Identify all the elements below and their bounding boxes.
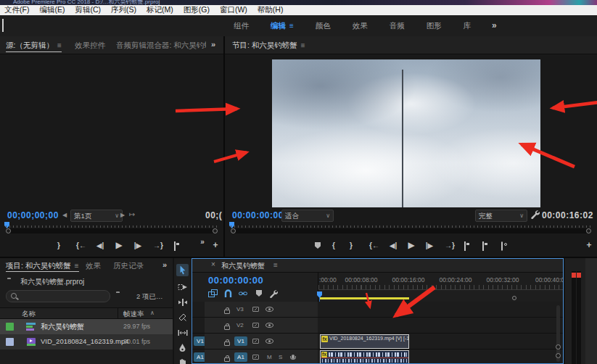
lock-icon[interactable]: [224, 357, 230, 362]
source-add-button[interactable]: +: [211, 240, 220, 250]
page-jump-icon[interactable]: ↦: [129, 210, 135, 218]
sync-lock-icon[interactable]: [252, 339, 259, 344]
selection-tool[interactable]: [176, 264, 189, 276]
extract-button[interactable]: [482, 241, 484, 251]
ripple-edit-tool[interactable]: [176, 296, 189, 308]
tab-program[interactable]: 节目: 和六昊钓螃蟹≡: [232, 36, 305, 54]
panel-overflow-icon[interactable]: »: [211, 40, 215, 49]
label-color-chip[interactable]: [6, 323, 14, 331]
playback-resolution-select[interactable]: 完整∨: [475, 210, 527, 222]
tab-source[interactable]: 源:（无剪辑）≡: [6, 36, 62, 54]
tab-project[interactable]: 项目: 和六昊钓螃蟹≡: [6, 258, 79, 273]
fit-select[interactable]: 适合∨: [281, 210, 334, 222]
program-scroll-handle-right[interactable]: [586, 228, 591, 233]
work-area-handle[interactable]: [512, 296, 516, 300]
settings-wrench-icon[interactable]: [530, 210, 540, 219]
source-play-button[interactable]: ▶: [113, 240, 125, 250]
pen-tool[interactable]: [176, 342, 189, 354]
program-mark-out-button[interactable]: }: [346, 241, 356, 249]
program-scroll-handle-left[interactable]: [231, 228, 236, 233]
track-target-v1[interactable]: V1: [234, 336, 247, 346]
menu-clip[interactable]: 剪辑(C): [75, 5, 101, 15]
timeline-add-marker-icon[interactable]: [256, 290, 262, 297]
toggle-track-output-icon[interactable]: [265, 323, 273, 328]
panel-overflow-icon[interactable]: »: [162, 260, 167, 269]
page-prev-icon[interactable]: ◀: [62, 212, 67, 218]
lock-icon[interactable]: [224, 342, 230, 346]
tab-effect-controls[interactable]: 效果控件: [75, 36, 105, 54]
workspace-tab-color[interactable]: 颜色: [316, 21, 331, 31]
source-transport-overflow-icon[interactable]: »: [197, 238, 207, 246]
item-name[interactable]: 和六昊钓螃蟹: [41, 322, 84, 332]
page-next-icon[interactable]: ▶: [120, 212, 125, 218]
source-go-to-out-button[interactable]: →}: [151, 241, 165, 249]
menu-window[interactable]: 窗口(W): [220, 5, 247, 15]
program-step-forward-button[interactable]: |▶: [424, 241, 435, 249]
linked-selection-icon[interactable]: [239, 291, 247, 299]
sort-asc-icon[interactable]: ∧: [150, 310, 155, 316]
clip-indicator-right[interactable]: [577, 273, 581, 278]
source-step-forward-button[interactable]: |▶: [132, 241, 144, 249]
program-play-button[interactable]: ▶: [405, 240, 417, 250]
workspace-overflow-icon[interactable]: »: [492, 20, 497, 30]
timeline-settings-wrench-icon[interactable]: [269, 289, 278, 298]
close-icon[interactable]: ×: [211, 260, 215, 268]
workspace-tab-libraries[interactable]: 库: [464, 21, 472, 31]
menu-edit[interactable]: 编辑(E): [39, 5, 65, 15]
tab-effects-panel[interactable]: 效果: [86, 258, 101, 273]
source-scroll-handle-right[interactable]: [213, 228, 218, 233]
menu-file[interactable]: 文件(F): [4, 5, 29, 15]
lock-icon[interactable]: [224, 310, 230, 314]
workspace-tab-audio[interactable]: 音频: [390, 21, 405, 31]
source-mark-out-button[interactable]: }: [54, 241, 64, 249]
program-timecode[interactable]: 00:00:00:00: [232, 210, 284, 220]
source-scrollbar[interactable]: [6, 228, 218, 233]
volume-rubber-band[interactable]: [321, 357, 408, 358]
breadcrumb[interactable]: 和六昊钓螃蟹.prproj: [20, 277, 84, 287]
lift-button[interactable]: [464, 241, 466, 251]
program-mark-in-button[interactable]: {: [329, 241, 339, 249]
sync-lock-icon[interactable]: [252, 323, 259, 328]
program-scrollbar[interactable]: [231, 228, 591, 233]
workspace-tab-editing[interactable]: 编辑≡: [271, 21, 294, 31]
scrollbar-handle[interactable]: [556, 353, 561, 358]
sync-lock-icon[interactable]: [252, 307, 259, 312]
add-marker-button[interactable]: [315, 242, 321, 249]
solo-button[interactable]: S: [279, 354, 282, 360]
source-timecode[interactable]: 00;00;00;00: [7, 210, 59, 220]
menu-markers[interactable]: 标记(M): [147, 5, 173, 15]
column-framerate[interactable]: 帧速率: [123, 310, 144, 319]
program-add-button[interactable]: +: [585, 240, 593, 250]
source-overwrite-button[interactable]: [174, 241, 176, 251]
page-select[interactable]: 第1页∨: [70, 210, 123, 222]
label-color-chip[interactable]: [6, 338, 14, 346]
hand-tool[interactable]: [176, 357, 189, 364]
item-name[interactable]: VID_20180824_162319.mp4: [41, 337, 129, 345]
snap-magnet-icon[interactable]: [224, 289, 232, 297]
timeline-timecode[interactable]: 00:00:00:00: [208, 275, 263, 286]
workspace-tab-effects[interactable]: 效果: [353, 21, 368, 31]
menu-help[interactable]: 帮助(H): [258, 5, 284, 15]
program-step-back-button[interactable]: ◀|: [387, 241, 399, 249]
track-label-v2[interactable]: V2: [236, 322, 244, 328]
project-row-clip[interactable]: VID_20180824_162319.mp4 30.01 fps: [0, 334, 173, 349]
mute-button[interactable]: M: [267, 354, 272, 360]
program-go-to-in-button[interactable]: {←: [367, 241, 382, 249]
tab-audio-clip-mixer[interactable]: 音频剪辑混合器: 和六昊钓螃蟹: [116, 36, 206, 54]
toggle-track-output-icon[interactable]: [265, 307, 273, 312]
search-input[interactable]: [6, 290, 110, 302]
track-label-v3[interactable]: V3: [236, 306, 244, 313]
source-scroll-handle-left[interactable]: [6, 228, 11, 233]
razor-tool[interactable]: [176, 311, 189, 323]
source-go-to-in-button[interactable]: {←: [74, 241, 88, 249]
track-target-a1[interactable]: A1: [234, 352, 247, 362]
scrollbar-handle[interactable]: [556, 344, 561, 349]
column-name[interactable]: 名称: [22, 310, 36, 319]
workspace-tab-assembly[interactable]: 组件: [234, 21, 249, 31]
menu-sequence[interactable]: 序列(S): [111, 5, 136, 15]
nest-toggle-icon[interactable]: [208, 289, 218, 297]
audio-clip[interactable]: fx: [320, 350, 409, 364]
export-frame-button[interactable]: [501, 241, 503, 251]
menu-graphics[interactable]: 图形(G): [184, 5, 210, 15]
timeline-tab-label[interactable]: 和六昊钓螃蟹: [221, 261, 265, 271]
